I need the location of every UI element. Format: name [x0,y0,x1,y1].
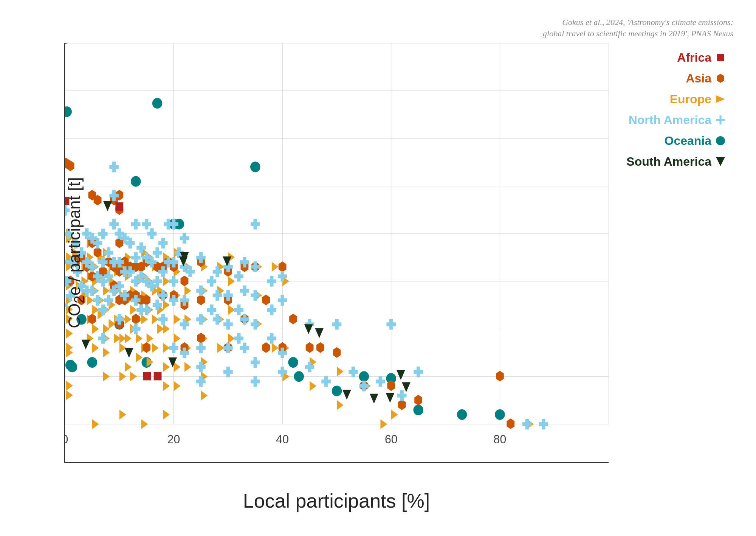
svg-marker-196 [337,400,344,410]
svg-text:40: 40 [276,432,289,446]
legend-item-africa: Africa [620,51,726,65]
legend-label-africa: Africa [677,51,711,65]
svg-marker-259 [289,314,297,324]
svg-marker-76 [87,295,94,305]
svg-rect-271 [143,372,151,380]
svg-marker-188 [272,262,279,272]
svg-marker-162 [174,333,181,343]
svg-marker-261 [316,342,324,353]
legend-icon-oceania [715,135,726,146]
svg-marker-257 [279,261,287,272]
svg-point-36 [131,176,141,186]
legend-item-asia: Asia [620,71,726,85]
chart-container: Gokus et al., 2024, 'Astronomy's climate… [19,13,737,524]
svg-marker-236 [143,342,150,353]
svg-point-48 [457,409,467,419]
legend: Africa Asia Europe North America [620,51,726,176]
svg-marker-113 [119,409,126,419]
svg-marker-536 [386,393,395,402]
scatter-plot: 0.0 0.5 1.0 1.5 2.0 2.5 3.0 3.5 4.0 0 20… [65,43,609,462]
svg-point-34 [87,357,97,367]
svg-marker-533 [315,328,324,338]
svg-marker-195 [337,367,344,376]
svg-marker-184 [228,333,235,343]
svg-marker-140 [147,333,153,343]
svg-marker-532 [304,324,313,334]
svg-marker-119 [125,362,132,372]
chart-area: 0.0 0.5 1.0 1.5 2.0 2.5 3.0 3.5 4.0 0 20… [64,43,730,463]
legend-item-south-america: South America [620,155,726,169]
svg-point-47 [413,404,423,415]
svg-marker-231 [132,314,140,324]
svg-text:20: 20 [167,432,180,446]
svg-marker-535 [370,393,378,403]
svg-marker-526 [103,201,112,211]
svg-point-544 [716,136,725,145]
legend-icon-europe [715,94,726,104]
svg-marker-154 [163,343,170,353]
svg-marker-163 [174,362,181,372]
svg-marker-248 [197,332,205,343]
svg-marker-153 [163,324,170,334]
svg-marker-194 [310,381,316,391]
svg-marker-198 [380,419,387,429]
svg-marker-157 [163,409,170,419]
svg-text:60: 60 [385,432,398,446]
x-axis-label: Local participants [%] [64,489,609,512]
svg-marker-182 [228,276,235,286]
svg-marker-265 [398,399,406,410]
svg-marker-129 [136,333,143,343]
svg-marker-145 [152,343,159,353]
svg-marker-525 [82,339,90,349]
svg-marker-247 [197,294,205,305]
svg-marker-85 [92,419,99,429]
legend-label-north-america: North America [629,113,711,127]
legend-icon-north-america [715,115,726,125]
svg-marker-64 [66,390,73,400]
plot-box: 0.0 0.5 1.0 1.5 2.0 2.5 3.0 3.5 4.0 0 20… [64,43,609,463]
legend-item-europe: Europe [620,92,726,106]
svg-rect-539 [717,54,724,61]
svg-marker-183 [228,305,235,314]
citation: Gokus et al., 2024, 'Astronomy's climate… [543,17,733,40]
svg-marker-117 [125,314,132,324]
svg-marker-260 [306,342,314,353]
legend-label-asia: Asia [686,71,711,85]
svg-marker-136 [141,419,148,429]
svg-text:80: 80 [494,432,507,446]
svg-point-45 [359,371,369,382]
svg-marker-176 [201,390,208,400]
legend-label-oceania: Oceania [664,134,711,148]
svg-marker-156 [163,381,170,391]
svg-text:0: 0 [65,432,68,446]
svg-marker-262 [333,347,341,357]
legend-icon-south-america [715,156,726,167]
legend-icon-africa [715,52,726,63]
svg-marker-541 [716,95,725,103]
svg-point-41 [250,162,260,172]
svg-rect-272 [154,372,162,380]
legend-icon-asia [715,73,726,84]
svg-marker-130 [136,352,143,362]
svg-marker-243 [181,275,189,286]
svg-marker-166 [184,286,191,295]
svg-point-44 [332,385,342,396]
svg-marker-63 [66,381,73,390]
svg-marker-151 [163,276,170,286]
svg-marker-152 [163,300,170,309]
svg-marker-96 [103,347,110,357]
svg-marker-122 [130,305,137,314]
svg-marker-255 [262,294,270,305]
svg-point-43 [294,371,304,382]
legend-label-south-america: South America [626,155,711,169]
svg-marker-169 [184,362,191,372]
svg-marker-537 [397,370,405,380]
svg-marker-155 [163,362,170,372]
svg-marker-545 [716,157,725,166]
svg-marker-92 [103,286,110,295]
svg-marker-256 [262,342,270,353]
svg-marker-144 [152,314,159,324]
svg-marker-534 [342,390,351,399]
svg-marker-199 [391,409,398,419]
svg-point-49 [495,409,505,419]
